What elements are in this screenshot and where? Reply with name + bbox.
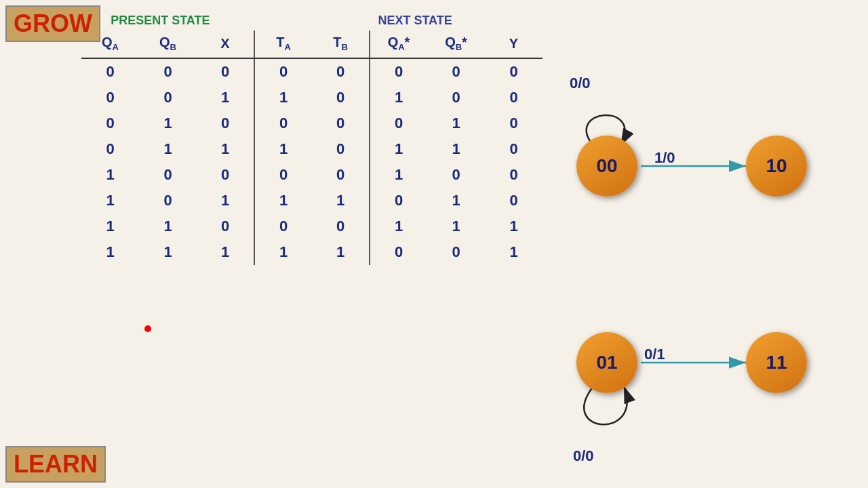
header-y: Y: [485, 30, 542, 58]
table-row: 00110100: [81, 85, 542, 110]
table-row: 11000111: [81, 214, 542, 239]
grow-label: GROW: [14, 9, 92, 37]
next-state-label: NEXT STATE: [288, 14, 542, 30]
state-table: QA QB X TA TB QA* QB* Y 0000000000110100…: [81, 30, 542, 265]
state-00: 00: [576, 136, 637, 197]
table-row: 01110110: [81, 136, 542, 162]
arrow-00-10-label: 1/0: [654, 149, 675, 167]
header-tb: TB: [312, 30, 370, 58]
state-10: 10: [746, 136, 807, 197]
self-loop-01-label: 0/0: [573, 447, 594, 465]
table-section: PRESENT STATE NEXT STATE QA QB X TA TB Q…: [81, 14, 542, 265]
table-row: 00000000: [81, 58, 542, 85]
table-row: 01000010: [81, 110, 542, 136]
self-loop-00-label: 0/0: [570, 75, 591, 92]
header-ta: TA: [254, 30, 312, 58]
arrow-01-11-label: 0/1: [644, 346, 665, 363]
state-11: 11: [746, 332, 807, 393]
present-state-label: PRESENT STATE: [81, 14, 239, 30]
table-row: 11111001: [81, 239, 542, 265]
section-labels: PRESENT STATE NEXT STATE: [81, 14, 542, 30]
learn-banner: LEARN: [5, 446, 106, 483]
header-x: X: [197, 30, 254, 58]
diagram-section: 0/0 1/0 0/0 0/1 00 10 01 11: [556, 41, 854, 474]
table-row: 10111010: [81, 188, 542, 214]
header-qa: QA: [81, 30, 139, 58]
red-dot: [144, 325, 151, 332]
learn-label: LEARN: [14, 450, 98, 478]
header-qb: QB: [139, 30, 197, 58]
diagram-svg: [556, 41, 854, 474]
table-row: 10000100: [81, 162, 542, 188]
state-01: 01: [576, 332, 637, 393]
header-qb-star: QB*: [427, 30, 485, 58]
header-qa-star: QA*: [370, 30, 427, 58]
